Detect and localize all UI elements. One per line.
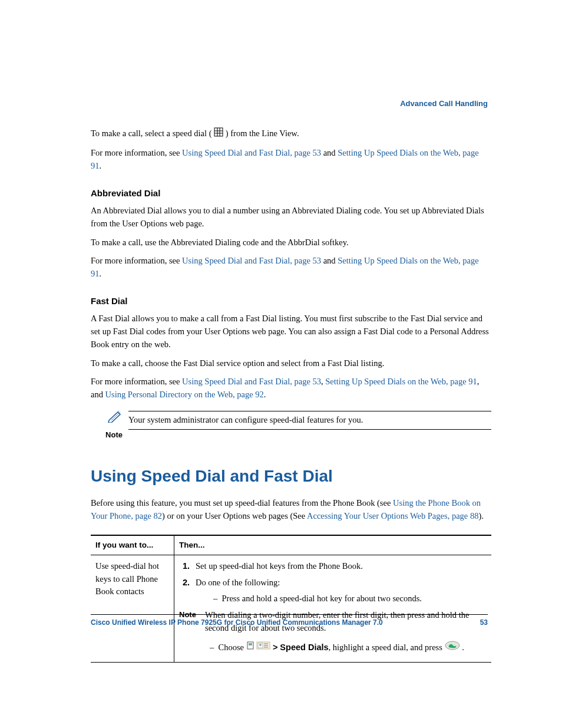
table-row: Use speed-dial hot keys to call Phone Bo…: [91, 555, 491, 663]
text: Choose: [219, 643, 246, 652]
text: ) from the Line View.: [226, 129, 299, 138]
text: For more information, see: [91, 148, 182, 157]
substep: – Press and hold a speed-dial hot key fo…: [213, 592, 487, 605]
text: .: [462, 643, 464, 652]
heading-abbreviated-dial: Abbreviated Dial: [91, 187, 491, 200]
svg-point-11: [259, 644, 262, 646]
contacts-icon: [256, 643, 273, 652]
text: For more information, see: [91, 377, 182, 386]
step-2: Do one of the following: – Press and hol…: [192, 577, 487, 606]
footer-title: Cisco Unified Wireless IP Phone 7925G fo…: [91, 617, 383, 628]
fast-p2: To make a call, choose the Fast Dial ser…: [91, 357, 491, 370]
text: To make a call, select a speed dial (: [91, 129, 212, 138]
text: .: [264, 390, 266, 399]
text: .: [100, 269, 102, 278]
note-text: Your system administrator can configure …: [128, 411, 491, 430]
chapter-header: Advanced Call Handling: [400, 98, 488, 110]
step-1: Set up speed-dial hot keys from the Phon…: [192, 560, 487, 573]
section-title: Using Speed Dial and Fast Dial: [91, 464, 491, 489]
call-button-icon: [445, 643, 462, 652]
speed-dial-grid-icon: [214, 127, 223, 141]
link-user-options[interactable]: Accessing Your User Options Web Pages, p…: [307, 511, 478, 521]
abbr-p3: For more information, see Using Speed Di…: [91, 255, 491, 281]
text: , highlight a speed dial, and press: [329, 643, 445, 652]
abbr-p2: To make a call, use the Abbreviated Dial…: [91, 236, 491, 249]
text: and: [321, 148, 338, 157]
page-footer: Cisco Unified Wireless IP Phone 7925G fo…: [91, 614, 488, 628]
text: ).: [478, 511, 483, 521]
note-pencil-icon: [107, 415, 123, 424]
text: Before using this feature, you must set …: [91, 498, 393, 508]
text: Do one of the following:: [196, 578, 280, 587]
table-header-if: If you want to...: [91, 535, 174, 555]
heading-fast-dial: Fast Dial: [91, 295, 491, 308]
svg-rect-8: [249, 643, 252, 645]
fast-p3: For more information, see Using Speed Di…: [91, 375, 491, 401]
note-label: Note: [91, 429, 123, 441]
text: .: [100, 161, 102, 170]
note-block: Note Your system administrator can confi…: [91, 411, 491, 440]
procedure-table: If you want to... Then... Use speed-dial…: [91, 535, 491, 663]
text: For more information, see: [91, 256, 182, 265]
table-cell-steps: Set up speed-dial hot keys from the Phon…: [174, 555, 492, 663]
table-cell-task: Use speed-dial hot keys to call Phone Bo…: [91, 555, 174, 663]
abbr-p1: An Abbreviated Dial allows you to dial a…: [91, 205, 491, 230]
substep: – Choose > Speed Dials, highlight a spee…: [210, 641, 487, 654]
link-speed-dial[interactable]: Using Speed Dial and Fast Dial, page 53: [182, 256, 321, 265]
fast-p1: A Fast Dial allows you to make a call fr…: [91, 312, 491, 351]
link-personal-directory[interactable]: Using Personal Directory on the Web, pag…: [105, 390, 264, 399]
svg-rect-0: [214, 128, 223, 136]
page-number: 53: [480, 617, 488, 628]
link-speed-dial[interactable]: Using Speed Dial and Fast Dial, page 53: [182, 148, 321, 157]
text: and: [321, 256, 338, 265]
link-speed-dial[interactable]: Using Speed Dial and Fast Dial, page 53: [182, 377, 321, 386]
menu-path: > Speed Dials: [273, 643, 329, 652]
svg-line-5: [110, 411, 119, 419]
text: ) or on your User Options web pages (See: [162, 511, 307, 521]
intro-para-2: For more information, see Using Speed Di…: [91, 147, 491, 173]
intro-para-1: To make a call, select a speed dial ( ) …: [91, 127, 491, 141]
text: Press and hold a speed-dial hot key for …: [222, 594, 422, 603]
link-speed-dials-web[interactable]: Setting Up Speed Dials on the Web, page …: [325, 377, 477, 386]
table-header-then: Then...: [174, 535, 492, 555]
menu-icon: [246, 643, 257, 652]
section-intro: Before using this feature, you must set …: [91, 497, 491, 523]
